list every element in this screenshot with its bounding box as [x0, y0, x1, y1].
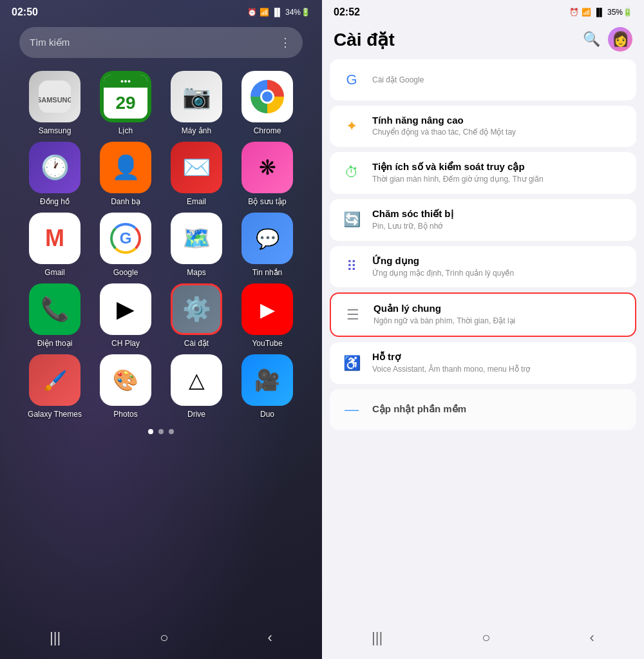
recent-apps-button-right[interactable]: |||: [372, 629, 383, 646]
email-icon: ✉️: [171, 142, 222, 193]
general-icon: ☰: [341, 303, 365, 327]
search-placeholder: Tìm kiếm: [30, 37, 70, 48]
settings-item-care[interactable]: 🔄 Chăm sóc thiết bị Pin, Lưu trữ, Bộ nhớ: [330, 199, 636, 241]
messages-icon: 💬: [242, 213, 293, 264]
settings-item-apps[interactable]: ⠿ Ứng dụng Ứng dụng mặc định, Trình quản…: [330, 246, 636, 288]
settings-item-digital[interactable]: ⏱ Tiện ích số và kiểm soát truy cập Thời…: [330, 152, 636, 194]
google-settings-sub: Cài đặt Google: [372, 75, 626, 86]
settings-list: G Cài đặt Google ✦ Tính năng nâng cao Ch…: [322, 59, 644, 619]
calendar-icon: ●●● 29: [100, 71, 151, 122]
clock-label: Đồng hồ: [40, 197, 70, 206]
duo-label: Duo: [260, 410, 274, 419]
app-clock[interactable]: 🕐 Đồng hồ: [19, 142, 90, 206]
left-phone-screen: 02:50 ⏰ 📶 ▐▌ 34%🔋 Tìm kiếm ⋮ SAMSUNG Sam…: [0, 0, 322, 659]
support-title: Hỗ trợ: [372, 351, 626, 363]
settings-item-update[interactable]: — Cập nhật phần mềm: [330, 389, 636, 430]
contacts-icon: 👤: [100, 142, 151, 193]
chrome-label: Chrome: [254, 126, 281, 135]
settings-item-general[interactable]: ☰ Quản lý chung Ngôn ngữ và bàn phím, Th…: [330, 292, 636, 337]
user-avatar[interactable]: 👩: [608, 27, 632, 52]
google-settings-text: Cài đặt Google: [372, 75, 626, 86]
app-google[interactable]: G Google: [90, 213, 161, 277]
gallery-label: Bộ sưu tập: [248, 197, 286, 206]
photos-icon: 🎨: [100, 354, 151, 406]
settings-item-support[interactable]: ♿ Hỗ trợ Voice Assistant, Âm thanh mono,…: [330, 342, 636, 384]
app-youtube[interactable]: ▶ YouTube: [232, 283, 303, 348]
time-left: 02:50: [12, 6, 38, 18]
app-calendar[interactable]: ●●● 29 Lịch: [90, 71, 161, 135]
recent-apps-button-left[interactable]: |||: [50, 629, 61, 646]
settings-header: Cài đặt 🔍 👩: [322, 22, 644, 59]
youtube-icon: ▶: [242, 283, 293, 335]
app-phone[interactable]: 📞 Điện thoại: [19, 283, 90, 348]
app-themes[interactable]: 🖌️ Galaxy Themes: [19, 354, 90, 419]
app-contacts[interactable]: 👤 Danh bạ: [90, 142, 161, 206]
alarm-icon-right: ⏰: [569, 8, 579, 17]
apps-text: Ứng dụng Ứng dụng mặc định, Trình quản l…: [372, 255, 626, 279]
phone-label: Điện thoại: [37, 339, 73, 348]
settings-label: Cài đặt: [184, 339, 209, 348]
wifi-icon-right: 📶: [582, 8, 591, 17]
back-button-right[interactable]: ‹: [590, 629, 594, 646]
dot-3: [169, 429, 174, 434]
themes-icon: 🖌️: [29, 354, 80, 406]
more-options-icon[interactable]: ⋮: [279, 35, 292, 50]
digital-title: Tiện ích số và kiểm soát truy cập: [372, 161, 626, 173]
digital-icon: ⏱: [340, 161, 363, 184]
google-label: Google: [113, 268, 138, 277]
app-camera[interactable]: 📷 Máy ảnh: [161, 71, 232, 135]
home-button-left[interactable]: ○: [160, 629, 168, 646]
nav-bar-right: ||| ○ ‹: [322, 619, 644, 659]
digital-sub: Thời gian màn hình, Đếm giờ ứng dụng, Th…: [372, 174, 626, 185]
app-gallery[interactable]: ❋ Bộ sưu tập: [232, 142, 303, 206]
time-right: 02:52: [334, 6, 360, 18]
search-bar[interactable]: Tìm kiếm ⋮: [19, 27, 303, 58]
chrome-icon: [242, 71, 293, 122]
care-text: Chăm sóc thiết bị Pin, Lưu trữ, Bộ nhớ: [372, 208, 626, 232]
care-sub: Pin, Lưu trữ, Bộ nhớ: [372, 221, 626, 232]
general-sub: Ngôn ngữ và bàn phím, Thời gian, Đặt lại: [374, 316, 625, 327]
status-bar-left: 02:50 ⏰ 📶 ▐▌ 34%🔋: [0, 0, 322, 22]
advanced-title: Tính năng nâng cao: [372, 115, 626, 126]
nav-bar-left: ||| ○ ‹: [0, 619, 322, 659]
app-email[interactable]: ✉️ Email: [161, 142, 232, 206]
samsung-icon: SAMSUNG: [29, 71, 80, 122]
settings-item-advanced[interactable]: ✦ Tính năng nâng cao Chuyển động và thao…: [330, 106, 636, 147]
app-drive[interactable]: △ Drive: [161, 354, 232, 419]
google-icon: G: [100, 213, 151, 264]
app-photos[interactable]: 🎨 Photos: [90, 354, 161, 419]
drive-label: Drive: [187, 410, 205, 419]
app-duo[interactable]: 🎥 Duo: [232, 354, 303, 419]
calendar-label: Lịch: [118, 126, 133, 135]
support-icon: ♿: [340, 352, 363, 375]
update-icon: —: [340, 398, 363, 421]
general-text: Quản lý chung Ngôn ngữ và bàn phím, Thời…: [374, 303, 625, 327]
advanced-sub: Chuyển động và thao tác, Chế độ Một tay: [372, 127, 626, 138]
search-button[interactable]: 🔍: [583, 31, 600, 48]
app-messages[interactable]: 💬 Tin nhắn: [232, 213, 303, 277]
themes-label: Galaxy Themes: [28, 410, 82, 419]
app-chrome[interactable]: Chrome: [232, 71, 303, 135]
care-icon: 🔄: [340, 208, 363, 231]
home-button-right[interactable]: ○: [482, 629, 490, 646]
back-button-left[interactable]: ‹: [268, 629, 272, 646]
status-icons-left: ⏰ 📶 ▐▌ 34%🔋: [247, 8, 310, 17]
chplay-icon: ▶: [100, 283, 151, 335]
digital-text: Tiện ích số và kiểm soát truy cập Thời g…: [372, 161, 626, 185]
youtube-label: YouTube: [252, 339, 282, 348]
maps-label: Maps: [187, 268, 205, 277]
gmail-icon: M: [29, 213, 80, 264]
app-chplay[interactable]: ▶ CH Play: [90, 283, 161, 348]
settings-item-google[interactable]: G Cài đặt Google: [330, 59, 636, 100]
care-title: Chăm sóc thiết bị: [372, 208, 626, 220]
app-settings[interactable]: ⚙️ Cài đặt: [161, 283, 232, 348]
status-bar-right: 02:52 ⏰ 📶 ▐▌ 35%🔋: [322, 0, 644, 22]
camera-label: Máy ảnh: [182, 126, 211, 135]
app-samsung[interactable]: SAMSUNG Samsung: [19, 71, 90, 135]
messages-label: Tin nhắn: [252, 268, 283, 277]
phone-icon: 📞: [29, 283, 80, 335]
samsung-label: Samsung: [39, 126, 71, 135]
signal-icon-right: ▐▌: [594, 8, 605, 17]
app-gmail[interactable]: M Gmail: [19, 213, 90, 277]
app-maps[interactable]: 🗺️ Maps: [161, 213, 232, 277]
